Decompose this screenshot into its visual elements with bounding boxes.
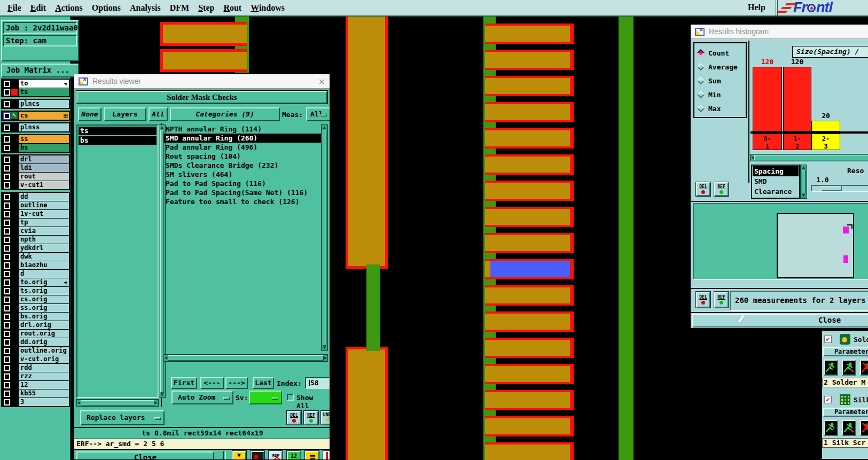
- layer-select-checkbox[interactable]: [4, 305, 10, 311]
- layer-select-checkbox[interactable]: [4, 81, 10, 87]
- measure-option-clearance[interactable]: Clearance: [753, 186, 799, 197]
- ref-crossed-icon[interactable]: REF: [269, 451, 283, 460]
- layers-count-icon[interactable]: 12: [287, 451, 301, 460]
- layer-select-checkbox[interactable]: [4, 348, 10, 354]
- category-item[interactable]: SMD annular Ring (260): [163, 134, 321, 143]
- menu-item-analysis[interactable]: Analysis: [130, 3, 161, 13]
- stat-option-sum[interactable]: Sum: [695, 74, 745, 88]
- category-item[interactable]: SM slivers (464): [163, 170, 321, 179]
- layer-row-npth[interactable]: npth: [2, 236, 69, 244]
- ref-button[interactable]: REF: [714, 182, 729, 196]
- run-action-icon[interactable]: [824, 360, 838, 376]
- layer-row-v-cut.orig[interactable]: v-cut.orig: [2, 355, 69, 363]
- category-item[interactable]: Pad to Pad Spacing (116): [163, 179, 321, 188]
- close-button[interactable]: Close: [76, 451, 214, 460]
- layer-row-outline.orig[interactable]: outline.orig: [2, 347, 69, 355]
- ref-button[interactable]: REF: [304, 411, 318, 425]
- layer-select-checkbox[interactable]: [4, 228, 10, 235]
- ref-button[interactable]: REF: [714, 292, 729, 308]
- all-button[interactable]: All: [148, 107, 168, 121]
- meas-dropdown[interactable]: All: [306, 107, 330, 121]
- layer-select-checkbox[interactable]: [4, 339, 10, 346]
- layer-row-12[interactable]: 12: [2, 381, 69, 389]
- layer-select-checkbox[interactable]: [4, 297, 10, 303]
- layer-select-checkbox[interactable]: [4, 382, 10, 388]
- layer-select-checkbox[interactable]: [4, 391, 10, 397]
- layer-row-rout.orig[interactable]: rout.orig: [2, 330, 69, 338]
- layer-select-checkbox[interactable]: [4, 322, 10, 329]
- none-button[interactable]: None: [78, 107, 101, 121]
- layer-select-checkbox[interactable]: [4, 124, 10, 131]
- layer-row-bs.orig[interactable]: bs.orig: [2, 313, 69, 321]
- stat-option-count[interactable]: Count: [695, 46, 745, 60]
- layer-row-to[interactable]: to➤: [2, 80, 69, 88]
- menu-item-rout[interactable]: Rout: [223, 3, 241, 13]
- category-item[interactable]: Rout spacing (104): [163, 152, 321, 161]
- layer-select-checkbox[interactable]: [4, 254, 10, 260]
- menu-item-file[interactable]: File: [7, 3, 21, 13]
- delete-action-icon[interactable]: [860, 420, 868, 436]
- layer-row-dwk[interactable]: dwk: [2, 253, 69, 261]
- layer-select-checkbox[interactable]: [4, 373, 10, 380]
- layer-row-ts.orig[interactable]: ts.orig: [2, 287, 69, 295]
- layer-row-plnss[interactable]: plnss: [2, 123, 69, 131]
- layer-select-checkbox[interactable]: [4, 331, 10, 337]
- measurement-mark[interactable]: [843, 255, 848, 263]
- category-item[interactable]: NPTH annular Ring (114): [163, 124, 321, 134]
- close-button[interactable]: Close: [692, 314, 868, 328]
- layer-select-checkbox[interactable]: [4, 194, 10, 200]
- layer-select-checkbox[interactable]: [4, 89, 10, 96]
- category-item[interactable]: Pad to Pad Spacing(Same Net) (116): [163, 188, 321, 197]
- menu-item-edit[interactable]: Edit: [30, 3, 46, 13]
- layer-select-checkbox[interactable]: [4, 279, 10, 286]
- rv-layer-list[interactable]: tsbs: [76, 124, 159, 398]
- layer-select-checkbox[interactable]: [4, 237, 10, 243]
- exit-icon[interactable]: [232, 451, 246, 460]
- layer-select-checkbox[interactable]: [4, 288, 10, 294]
- undo-button[interactable]: UNDO↺: [321, 411, 330, 425]
- menu-item-step[interactable]: Step: [198, 3, 214, 13]
- rv-layer-hscrollbar[interactable]: ◀▶: [76, 399, 159, 407]
- run-selected-action-icon[interactable]: [842, 420, 856, 436]
- layer-row-kb55[interactable]: kb55: [2, 389, 69, 397]
- job-matrix-button[interactable]: Job Matrix ...: [1, 64, 79, 77]
- layer-select-checkbox[interactable]: [4, 365, 10, 371]
- layer-row-outline[interactable]: outline: [2, 201, 69, 209]
- layer-select-checkbox[interactable]: [4, 113, 10, 119]
- layer-row-plncs[interactable]: plncs: [2, 100, 69, 108]
- hg-hscrollbar[interactable]: ◀▶: [750, 154, 868, 161]
- layer-row-d[interactable]: d: [2, 270, 69, 278]
- rv-category-scrollbar[interactable]: ▲▼: [321, 124, 328, 351]
- show-all-checkbox[interactable]: [287, 394, 294, 401]
- histogram-titlebar[interactable]: Results histogram: [691, 25, 868, 39]
- layer-select-checkbox[interactable]: [4, 101, 10, 107]
- layer-row-1v-cut[interactable]: 1v-cut: [2, 210, 69, 218]
- next-button[interactable]: --->: [225, 377, 248, 389]
- clear-marks-icon[interactable]: [251, 451, 264, 460]
- parameters-button[interactable]: Parameters: [823, 408, 868, 417]
- layer-select-checkbox[interactable]: [4, 314, 10, 320]
- close-icon[interactable]: ×: [318, 76, 325, 87]
- dfm-enabled-checkbox[interactable]: ✔: [824, 336, 832, 343]
- layer-row-ydkdrl[interactable]: ydkdrl: [2, 244, 69, 252]
- run-action-icon[interactable]: [824, 420, 838, 436]
- layer-select-checkbox[interactable]: [4, 157, 10, 163]
- layer-row-rdd[interactable]: rdd: [2, 364, 69, 372]
- layer-select-checkbox[interactable]: [4, 182, 10, 189]
- sv-color-dropdown[interactable]: [249, 391, 282, 404]
- layer-select-checkbox[interactable]: [4, 174, 10, 180]
- layer-row-ss.orig[interactable]: ss.orig: [2, 304, 69, 312]
- results-layer-bs[interactable]: bs: [79, 136, 157, 145]
- layer-row-drl[interactable]: drl: [2, 155, 69, 163]
- layer-row-dd[interactable]: dd: [2, 193, 69, 201]
- layer-select-checkbox[interactable]: [4, 202, 10, 209]
- layers-button[interactable]: Layers: [104, 107, 146, 121]
- measure-option-spacing[interactable]: Spacing: [753, 166, 799, 176]
- highlighted-measurement-pad[interactable]: [490, 261, 570, 277]
- layer-row-v-cut1[interactable]: v-cut1: [2, 181, 69, 189]
- menu-item-options[interactable]: Options: [92, 3, 121, 13]
- layer-select-checkbox[interactable]: [4, 399, 10, 406]
- slider-thumb[interactable]: [822, 186, 842, 191]
- first-button[interactable]: First: [171, 377, 197, 389]
- layer-row-3[interactable]: 3: [2, 398, 69, 406]
